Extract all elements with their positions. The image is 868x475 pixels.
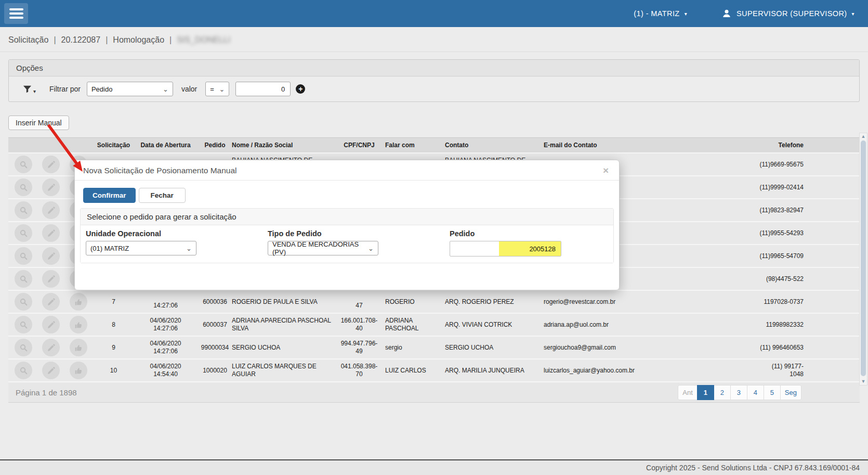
pencil-icon: [47, 275, 56, 284]
unidade-select[interactable]: (01) MATRIZ ⌄: [86, 241, 196, 255]
page-button-2[interactable]: 2: [714, 385, 731, 400]
breadcrumb-item: 20.122087: [61, 35, 101, 44]
approve-button[interactable]: [70, 316, 87, 333]
header-cpf: CPF/CNPJ: [333, 142, 385, 149]
edit-button[interactable]: [42, 247, 60, 265]
cell-sol: 10: [94, 367, 133, 375]
cell-nome: LUIZ CARLOS MARQUES DE AGUIAR: [232, 363, 333, 378]
approve-button[interactable]: [70, 362, 87, 379]
pagination: Ant12345Seg: [678, 385, 801, 400]
approve-button[interactable]: [70, 293, 87, 311]
magnifier-icon: [19, 160, 28, 169]
magnifier-icon: [19, 275, 28, 284]
table-scrollbar[interactable]: ▲ ▼: [859, 133, 867, 386]
view-button[interactable]: [15, 316, 32, 333]
pedido-field-group: Pedido 2005128: [450, 229, 608, 256]
view-button[interactable]: [15, 156, 32, 173]
add-filter-button[interactable]: +: [296, 84, 305, 94]
magnifier-icon: [19, 183, 28, 192]
table-header: Solicitação Data de Abertura Pedido Nome…: [8, 137, 860, 153]
unidade-label: Unidade Operacional: [86, 229, 268, 238]
cell-falar: ADRIANA PASCHOAL: [385, 317, 445, 332]
header-falar-com: Falar com: [385, 142, 445, 149]
page-button-ant[interactable]: Ant: [678, 385, 698, 400]
chevron-down-icon: ⌄: [219, 86, 225, 93]
edit-button[interactable]: [42, 178, 60, 196]
edit-button[interactable]: [42, 316, 60, 333]
header-nome: Nome / Razão Social: [232, 142, 333, 149]
table-row: 7 14:27:066000036ROGERIO DE PAULA E SILV…: [8, 291, 860, 314]
confirm-button[interactable]: Confirmar: [83, 188, 136, 203]
breadcrumb-item: Homologação: [113, 35, 164, 44]
pencil-icon: [47, 229, 56, 238]
edit-button[interactable]: [42, 362, 60, 379]
view-button[interactable]: [15, 293, 32, 311]
approve-button[interactable]: [70, 339, 87, 356]
edit-button[interactable]: [42, 156, 60, 173]
cell-cpf: 041.058.398- 70: [333, 363, 385, 378]
copyright-text: Copyright 2025 - Send Solutions Ltda - C…: [646, 464, 860, 472]
plus-circle-icon: +: [296, 84, 305, 94]
magnifier-icon: [19, 229, 28, 238]
cell-tel: (11) 99177- 1048: [700, 363, 806, 378]
pencil-icon: [47, 206, 56, 215]
view-button[interactable]: [15, 247, 32, 265]
chevron-down-icon: ⌄: [186, 245, 192, 252]
view-button[interactable]: [15, 178, 32, 196]
user-icon: [721, 8, 732, 19]
cell-contato: ARQ. ROGERIO PEREZ: [445, 298, 544, 306]
user-menu[interactable]: SUPERVISOR (SUPERVISOR) ▾: [721, 8, 854, 19]
cell-contato: ARQ. VIVIAN COTRICK: [445, 321, 544, 329]
branch-selector[interactable]: (1) - MATRIZ ▾: [634, 9, 687, 18]
cell-falar: sergio: [385, 344, 445, 352]
filter-by-label: Filtrar por: [49, 85, 81, 93]
table-footer: Página 1 de 1898 Ant12345Seg: [8, 382, 860, 403]
page-button-3[interactable]: 3: [730, 385, 747, 400]
chevron-down-icon: ⌄: [163, 86, 168, 93]
operator-select[interactable]: = ⌄: [205, 82, 229, 96]
cell-email: luizcarlos_aguiar@yahoo.com.br: [544, 367, 700, 375]
header-contato: Contato: [445, 142, 544, 149]
magnifier-icon: [19, 252, 28, 261]
page-button-4[interactable]: 4: [747, 385, 764, 400]
pedido-input[interactable]: 2005128: [450, 241, 561, 256]
scroll-up-arrow-icon[interactable]: ▲: [861, 133, 866, 140]
view-button[interactable]: [15, 339, 32, 356]
tipo-pedido-select[interactable]: VENDA DE MERCADORIAS (PV) ⌄: [268, 241, 378, 255]
filter-value-input[interactable]: [235, 82, 291, 96]
close-icon[interactable]: ×: [601, 165, 611, 175]
view-button[interactable]: [15, 201, 32, 219]
close-button[interactable]: Fechar: [139, 188, 186, 203]
options-panel-title: Opções: [9, 60, 859, 76]
edit-button[interactable]: [42, 224, 60, 242]
view-button[interactable]: [15, 362, 32, 379]
view-button[interactable]: [15, 224, 32, 242]
row-actions: [8, 337, 94, 358]
cell-contato: ARQ. MARILIA JUNQUEIRA: [445, 367, 544, 375]
footer: Copyright 2025 - Send Solutions Ltda - C…: [0, 459, 868, 475]
cell-sol: 9: [94, 344, 133, 352]
scroll-down-arrow-icon[interactable]: ▼: [861, 378, 866, 385]
edit-button[interactable]: [42, 270, 60, 288]
page-button-5[interactable]: 5: [764, 385, 781, 400]
edit-button[interactable]: [42, 339, 60, 356]
section-title: Selecione o pedido para gerar a solicita…: [81, 209, 613, 225]
cell-tel: (11)9965-54709: [700, 252, 806, 260]
edit-button[interactable]: [42, 293, 60, 311]
pencil-icon: [47, 298, 56, 306]
breadcrumb: Solicitação|20.122087|Homologação|SIS_DO…: [0, 27, 868, 52]
insert-manual-button[interactable]: Inserir Manual: [8, 115, 69, 130]
menu-button[interactable]: [4, 3, 28, 24]
breadcrumb-item: Solicitação: [8, 35, 48, 44]
page-button-1[interactable]: 1: [697, 385, 714, 400]
table-row: 904/06/2020 14:27:0699000034SERGIO UCHOA…: [8, 337, 860, 360]
filter-icon[interactable]: ▾: [22, 84, 36, 94]
view-button[interactable]: [15, 270, 32, 288]
filter-field-select[interactable]: Pedido ⌄: [87, 82, 173, 96]
edit-button[interactable]: [42, 201, 60, 219]
scrollbar-thumb[interactable]: [861, 140, 866, 376]
page-button-seg[interactable]: Seg: [780, 385, 801, 400]
cell-date: 04/06/2020 14:27:06: [133, 340, 198, 355]
cell-nome: SERGIO UCHOA: [232, 344, 333, 352]
cell-pedido: 6000036: [198, 298, 232, 306]
